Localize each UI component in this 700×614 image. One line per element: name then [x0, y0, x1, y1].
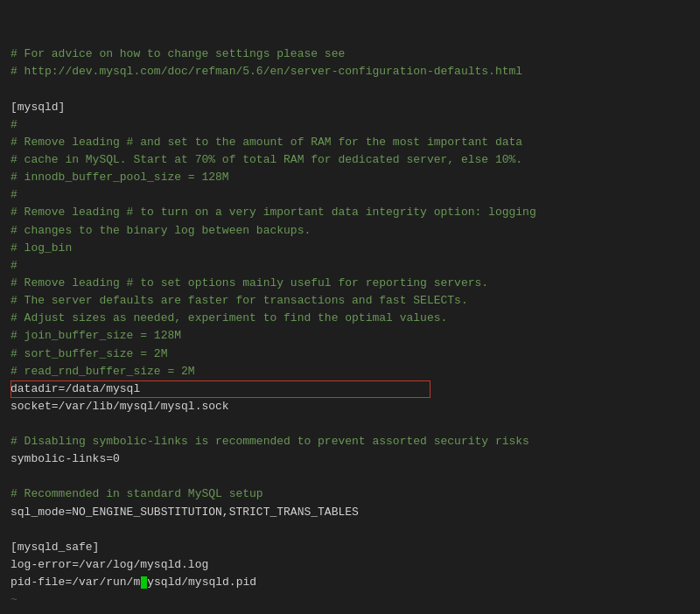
comment-line: # log_bin	[10, 240, 72, 257]
line: socket=/var/lib/mysql/mysql.sock	[10, 398, 690, 415]
line: [mysqld]	[10, 99, 690, 116]
line: [mysqld_safe]	[10, 539, 690, 556]
line: # cache in MySQL. Start at 70% of total …	[10, 151, 690, 169]
line: # read_rnd_buffer_size = 2M	[10, 363, 690, 380]
editor-container: # For advice on how to change settings p…	[0, 0, 700, 614]
normal-line: symbolic-links=0	[10, 450, 120, 468]
comment-line: # read_rnd_buffer_size = 2M	[10, 363, 195, 380]
normal-line: [mysqld]	[10, 99, 65, 116]
line: #	[10, 186, 690, 204]
line: # changes to the binary log between back…	[10, 222, 690, 240]
comment-line: # Adjust sizes as needed, experiment to …	[10, 310, 447, 327]
line: # log_bin	[10, 240, 690, 257]
line: pid-file=/var/run/mysqld/mysqld.pid	[10, 574, 690, 591]
line: symbolic-links=0	[10, 450, 690, 468]
comment-line: # http://dev.mysql.com/doc/refman/5.6/en…	[10, 63, 522, 80]
highlighted-text: datadir=/data/mysql	[10, 380, 140, 398]
line: log-error=/var/log/mysqld.log	[10, 556, 690, 574]
line: # The server defaults are faster for tra…	[10, 292, 690, 310]
comment-line: # innodb_buffer_pool_size = 128M	[10, 169, 229, 186]
line: # Adjust sizes as needed, experiment to …	[10, 310, 690, 327]
comment-line: # cache in MySQL. Start at 70% of total …	[10, 151, 522, 169]
line: datadir=/data/mysql	[10, 380, 690, 398]
normal-line: sql_mode=NO_ENGINE_SUBSTITUTION,STRICT_T…	[10, 504, 359, 521]
cursor	[141, 576, 147, 589]
comment-line: # Remove leading # to turn on a very imp…	[10, 204, 536, 221]
comment-line: # The server defaults are faster for tra…	[10, 292, 468, 310]
tilde-line: ~	[10, 609, 18, 614]
normal-line: [mysqld_safe]	[10, 539, 99, 556]
line: # http://dev.mysql.com/doc/refman/5.6/en…	[10, 63, 690, 80]
line: # Remove leading # to turn on a very imp…	[10, 204, 690, 221]
line: ~	[10, 609, 690, 614]
comment-line: # Remove leading # and set to the amount…	[10, 134, 522, 151]
line: #	[10, 116, 690, 134]
line: # sort_buffer_size = 2M	[10, 345, 690, 363]
comment-line: # For advice on how to change settings p…	[10, 45, 345, 63]
comment-line: #	[10, 186, 18, 204]
line: # innodb_buffer_pool_size = 128M	[10, 169, 690, 186]
comment-line: # changes to the binary log between back…	[10, 222, 311, 240]
comment-line: #	[10, 116, 18, 134]
normal-line: socket=/var/lib/mysql/mysql.sock	[10, 398, 229, 415]
line: # For advice on how to change settings p…	[10, 45, 690, 63]
line	[10, 468, 690, 485]
cursor-line-before: pid-file=/var/run/m	[10, 574, 140, 591]
comment-line: # Remove leading # to set options mainly…	[10, 275, 488, 292]
line: # Remove leading # and set to the amount…	[10, 134, 690, 151]
line	[10, 81, 690, 99]
line: sql_mode=NO_ENGINE_SUBSTITUTION,STRICT_T…	[10, 504, 690, 521]
line: ~	[10, 591, 690, 609]
line: # join_buffer_size = 128M	[10, 327, 690, 345]
comment-line: # sort_buffer_size = 2M	[10, 345, 167, 363]
comment-line: # Disabling symbolic-links is recommende…	[10, 433, 529, 450]
normal-line: log-error=/var/log/mysqld.log	[10, 556, 208, 574]
line: # Remove leading # to set options mainly…	[10, 275, 690, 292]
code-content: # For advice on how to change settings p…	[0, 7, 700, 614]
comment-line: # Recommended in standard MySQL setup	[10, 485, 263, 503]
line: # Disabling symbolic-links is recommende…	[10, 433, 690, 450]
cursor-line-after: ysqld/mysqld.pid	[147, 574, 256, 591]
line: # Recommended in standard MySQL setup	[10, 485, 690, 503]
line	[10, 521, 690, 539]
tilde-line: ~	[10, 591, 18, 609]
line	[10, 415, 690, 433]
line: #	[10, 257, 690, 275]
comment-line: #	[10, 257, 18, 275]
comment-line: # join_buffer_size = 128M	[10, 327, 181, 345]
